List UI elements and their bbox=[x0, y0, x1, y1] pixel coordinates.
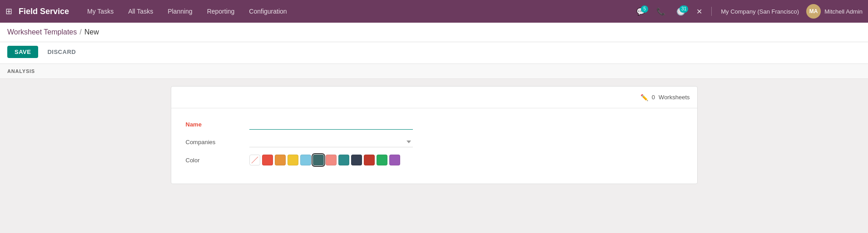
color-swatch-red[interactable] bbox=[262, 155, 273, 165]
avatar-initials: MA bbox=[809, 8, 818, 15]
color-swatch-teal[interactable] bbox=[338, 155, 349, 165]
edit-icon[interactable]: ✏️ bbox=[640, 94, 648, 101]
breadcrumb-separator: / bbox=[79, 28, 81, 36]
form-card-body: Name Companies Color bbox=[171, 108, 697, 184]
worksheets-count: 0 bbox=[652, 94, 655, 101]
nav-reporting[interactable]: Reporting bbox=[200, 0, 242, 23]
breadcrumb-current: New bbox=[84, 28, 99, 36]
companies-label: Companies bbox=[186, 139, 249, 146]
discard-button[interactable]: DISCARD bbox=[42, 46, 81, 58]
breadcrumb: Worksheet Templates / New bbox=[0, 23, 868, 42]
color-swatch-crimson[interactable] bbox=[364, 155, 375, 165]
nav-configuration[interactable]: Configuration bbox=[242, 0, 294, 23]
color-swatch-orange[interactable] bbox=[275, 155, 286, 165]
nav-divider bbox=[711, 7, 712, 16]
color-swatch-yellow[interactable] bbox=[288, 155, 298, 165]
nav-all-tasks[interactable]: All Tasks bbox=[121, 0, 160, 23]
messages-button[interactable]: 💬 5 bbox=[633, 5, 649, 18]
section-analysis: ANALYSIS bbox=[0, 64, 868, 79]
name-row: Name bbox=[186, 119, 683, 130]
worksheets-stat: ✏️ 0 Worksheets bbox=[640, 94, 690, 101]
color-row: Color bbox=[186, 155, 683, 165]
color-swatch-navy[interactable] bbox=[351, 155, 362, 165]
phone-icon: 📞 bbox=[656, 7, 665, 16]
brand-name: Field Service bbox=[19, 7, 69, 16]
color-swatch-dark-teal[interactable] bbox=[313, 155, 324, 165]
close-icon: ✕ bbox=[696, 7, 702, 16]
form-card: ✏️ 0 Worksheets Name Companies Color bbox=[171, 86, 698, 184]
navbar-menu: My Tasks All Tasks Planning Reporting Co… bbox=[80, 0, 633, 23]
clock-badge: 31 bbox=[680, 5, 688, 13]
name-input[interactable] bbox=[249, 119, 413, 130]
form-card-header: ✏️ 0 Worksheets bbox=[171, 87, 697, 108]
save-button[interactable]: SAVE bbox=[7, 46, 38, 58]
color-swatch-green[interactable] bbox=[377, 155, 387, 165]
color-label: Color bbox=[186, 157, 249, 164]
nav-my-tasks[interactable]: My Tasks bbox=[80, 0, 121, 23]
action-bar: SAVE DISCARD bbox=[0, 42, 868, 64]
navbar: ⊞ Field Service My Tasks All Tasks Plann… bbox=[0, 0, 868, 23]
breadcrumb-link[interactable]: Worksheet Templates bbox=[7, 28, 77, 36]
worksheets-label: Worksheets bbox=[659, 94, 689, 101]
main-content: ✏️ 0 Worksheets Name Companies Color bbox=[0, 79, 868, 233]
name-label: Name bbox=[186, 121, 249, 128]
nav-planning[interactable]: Planning bbox=[160, 0, 200, 23]
user-name[interactable]: Mitchell Admin bbox=[824, 8, 863, 15]
color-swatch-salmon[interactable] bbox=[326, 155, 337, 165]
phone-button[interactable]: 📞 bbox=[653, 5, 669, 18]
navbar-right: 💬 5 📞 🕐 31 ✕ My Company (San Francisco) … bbox=[633, 4, 863, 19]
color-picker bbox=[249, 155, 400, 165]
clock-button[interactable]: 🕐 31 bbox=[673, 5, 689, 18]
close-button[interactable]: ✕ bbox=[693, 5, 706, 18]
color-swatch-purple[interactable] bbox=[389, 155, 400, 165]
messages-badge: 5 bbox=[641, 5, 648, 13]
color-none-swatch[interactable] bbox=[249, 155, 260, 165]
avatar[interactable]: MA bbox=[806, 4, 821, 19]
grid-icon[interactable]: ⊞ bbox=[5, 6, 12, 16]
company-name[interactable]: My Company (San Francisco) bbox=[721, 8, 799, 15]
companies-row: Companies bbox=[186, 137, 683, 147]
companies-select[interactable] bbox=[249, 137, 413, 147]
color-swatch-light-blue[interactable] bbox=[300, 155, 311, 165]
